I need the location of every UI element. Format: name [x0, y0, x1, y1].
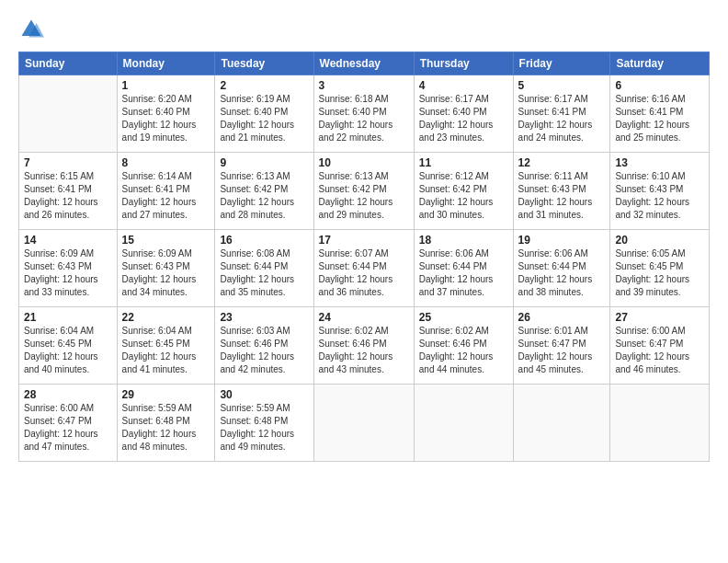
- day-detail: Sunrise: 6:18 AM Sunset: 6:40 PM Dayligh…: [319, 93, 409, 144]
- page: SundayMondayTuesdayWednesdayThursdayFrid…: [0, 0, 728, 563]
- day-detail: Sunrise: 6:09 AM Sunset: 6:43 PM Dayligh…: [24, 247, 112, 299]
- day-number: 8: [122, 156, 210, 169]
- header-cell-friday: Friday: [513, 52, 610, 75]
- calendar-cell: [414, 385, 513, 462]
- day-detail: Sunrise: 5:59 AM Sunset: 6:48 PM Dayligh…: [220, 402, 308, 454]
- week-row-5: 28Sunrise: 6:00 AM Sunset: 6:47 PM Dayli…: [19, 385, 710, 462]
- day-detail: Sunrise: 5:59 AM Sunset: 6:48 PM Dayligh…: [122, 402, 210, 454]
- day-detail: Sunrise: 6:02 AM Sunset: 6:46 PM Dayligh…: [319, 325, 409, 376]
- day-number: 14: [24, 234, 112, 247]
- day-detail: Sunrise: 6:17 AM Sunset: 6:40 PM Dayligh…: [419, 93, 508, 144]
- day-detail: Sunrise: 6:10 AM Sunset: 6:43 PM Dayligh…: [615, 170, 704, 222]
- calendar-cell: 20Sunrise: 6:05 AM Sunset: 6:45 PM Dayli…: [610, 230, 710, 307]
- day-detail: Sunrise: 6:00 AM Sunset: 6:47 PM Dayligh…: [24, 402, 112, 454]
- day-detail: Sunrise: 6:15 AM Sunset: 6:41 PM Dayligh…: [24, 170, 112, 222]
- calendar-cell: 18Sunrise: 6:06 AM Sunset: 6:44 PM Dayli…: [414, 230, 513, 307]
- day-number: 4: [419, 79, 508, 92]
- calendar-cell: 10Sunrise: 6:13 AM Sunset: 6:42 PM Dayli…: [313, 153, 414, 230]
- logo: [18, 17, 48, 42]
- day-detail: Sunrise: 6:02 AM Sunset: 6:46 PM Dayligh…: [419, 325, 508, 376]
- day-number: 10: [319, 156, 409, 169]
- calendar-header: SundayMondayTuesdayWednesdayThursdayFrid…: [19, 52, 710, 75]
- day-number: 6: [615, 79, 704, 92]
- day-detail: Sunrise: 6:04 AM Sunset: 6:45 PM Dayligh…: [24, 325, 112, 376]
- logo-icon: [18, 17, 44, 42]
- day-detail: Sunrise: 6:00 AM Sunset: 6:47 PM Dayligh…: [615, 325, 704, 376]
- day-detail: Sunrise: 6:03 AM Sunset: 6:46 PM Dayligh…: [220, 325, 308, 376]
- day-number: 26: [518, 311, 606, 324]
- day-number: 7: [24, 156, 112, 169]
- calendar-cell: 7Sunrise: 6:15 AM Sunset: 6:41 PM Daylig…: [19, 153, 118, 230]
- day-detail: Sunrise: 6:07 AM Sunset: 6:44 PM Dayligh…: [319, 247, 409, 299]
- day-detail: Sunrise: 6:12 AM Sunset: 6:42 PM Dayligh…: [419, 170, 508, 222]
- calendar-cell: 23Sunrise: 6:03 AM Sunset: 6:46 PM Dayli…: [215, 307, 313, 385]
- header-cell-tuesday: Tuesday: [215, 52, 313, 75]
- calendar-cell: 25Sunrise: 6:02 AM Sunset: 6:46 PM Dayli…: [414, 307, 513, 385]
- day-number: 1: [122, 79, 210, 92]
- day-number: 15: [122, 234, 210, 247]
- header-cell-monday: Monday: [117, 52, 215, 75]
- calendar-cell: 6Sunrise: 6:16 AM Sunset: 6:41 PM Daylig…: [610, 75, 710, 153]
- day-number: 16: [220, 234, 308, 247]
- calendar-cell: 24Sunrise: 6:02 AM Sunset: 6:46 PM Dayli…: [313, 307, 414, 385]
- calendar-cell: 13Sunrise: 6:10 AM Sunset: 6:43 PM Dayli…: [610, 153, 710, 230]
- calendar-cell: [513, 385, 610, 462]
- day-number: 24: [319, 311, 409, 324]
- calendar-cell: [610, 385, 710, 462]
- day-detail: Sunrise: 6:06 AM Sunset: 6:44 PM Dayligh…: [518, 247, 606, 299]
- week-row-1: 1Sunrise: 6:20 AM Sunset: 6:40 PM Daylig…: [19, 75, 710, 153]
- calendar-cell: 21Sunrise: 6:04 AM Sunset: 6:45 PM Dayli…: [19, 307, 118, 385]
- day-detail: Sunrise: 6:17 AM Sunset: 6:41 PM Dayligh…: [518, 93, 606, 144]
- calendar-cell: 26Sunrise: 6:01 AM Sunset: 6:47 PM Dayli…: [513, 307, 610, 385]
- calendar-cell: 11Sunrise: 6:12 AM Sunset: 6:42 PM Dayli…: [414, 153, 513, 230]
- day-number: 12: [518, 156, 606, 169]
- day-number: 19: [518, 234, 606, 247]
- week-row-2: 7Sunrise: 6:15 AM Sunset: 6:41 PM Daylig…: [19, 153, 710, 230]
- day-detail: Sunrise: 6:13 AM Sunset: 6:42 PM Dayligh…: [319, 170, 409, 222]
- day-number: 3: [319, 79, 409, 92]
- day-detail: Sunrise: 6:05 AM Sunset: 6:45 PM Dayligh…: [615, 247, 704, 299]
- calendar-cell: 5Sunrise: 6:17 AM Sunset: 6:41 PM Daylig…: [513, 75, 610, 153]
- header-cell-thursday: Thursday: [414, 52, 513, 75]
- day-number: 21: [24, 311, 112, 324]
- calendar-body: 1Sunrise: 6:20 AM Sunset: 6:40 PM Daylig…: [19, 75, 710, 462]
- day-number: 5: [518, 79, 606, 92]
- day-number: 11: [419, 156, 508, 169]
- header-cell-wednesday: Wednesday: [313, 52, 414, 75]
- week-row-4: 21Sunrise: 6:04 AM Sunset: 6:45 PM Dayli…: [19, 307, 710, 385]
- calendar-cell: 16Sunrise: 6:08 AM Sunset: 6:44 PM Dayli…: [215, 230, 313, 307]
- day-number: 17: [319, 234, 409, 247]
- day-number: 29: [122, 388, 210, 401]
- calendar-cell: 15Sunrise: 6:09 AM Sunset: 6:43 PM Dayli…: [117, 230, 215, 307]
- day-detail: Sunrise: 6:09 AM Sunset: 6:43 PM Dayligh…: [122, 247, 210, 299]
- week-row-3: 14Sunrise: 6:09 AM Sunset: 6:43 PM Dayli…: [19, 230, 710, 307]
- day-detail: Sunrise: 6:16 AM Sunset: 6:41 PM Dayligh…: [615, 93, 704, 144]
- calendar-cell: 4Sunrise: 6:17 AM Sunset: 6:40 PM Daylig…: [414, 75, 513, 153]
- header-cell-saturday: Saturday: [610, 52, 710, 75]
- calendar-cell: 17Sunrise: 6:07 AM Sunset: 6:44 PM Dayli…: [313, 230, 414, 307]
- day-number: 20: [615, 234, 704, 247]
- calendar-cell: 9Sunrise: 6:13 AM Sunset: 6:42 PM Daylig…: [215, 153, 313, 230]
- calendar-cell: 30Sunrise: 5:59 AM Sunset: 6:48 PM Dayli…: [215, 385, 313, 462]
- calendar-table: SundayMondayTuesdayWednesdayThursdayFrid…: [18, 52, 710, 462]
- day-number: 27: [615, 311, 704, 324]
- calendar-cell: [19, 75, 118, 153]
- day-detail: Sunrise: 6:04 AM Sunset: 6:45 PM Dayligh…: [122, 325, 210, 376]
- calendar-cell: 29Sunrise: 5:59 AM Sunset: 6:48 PM Dayli…: [117, 385, 215, 462]
- calendar-cell: 8Sunrise: 6:14 AM Sunset: 6:41 PM Daylig…: [117, 153, 215, 230]
- calendar-cell: 3Sunrise: 6:18 AM Sunset: 6:40 PM Daylig…: [313, 75, 414, 153]
- calendar-cell: [313, 385, 414, 462]
- calendar-cell: 22Sunrise: 6:04 AM Sunset: 6:45 PM Dayli…: [117, 307, 215, 385]
- day-detail: Sunrise: 6:19 AM Sunset: 6:40 PM Dayligh…: [220, 93, 308, 144]
- calendar-cell: 14Sunrise: 6:09 AM Sunset: 6:43 PM Dayli…: [19, 230, 118, 307]
- header: [18, 17, 710, 42]
- day-number: 2: [220, 79, 308, 92]
- day-number: 25: [419, 311, 508, 324]
- day-detail: Sunrise: 6:13 AM Sunset: 6:42 PM Dayligh…: [220, 170, 308, 222]
- day-number: 30: [220, 388, 308, 401]
- calendar-cell: 28Sunrise: 6:00 AM Sunset: 6:47 PM Dayli…: [19, 385, 118, 462]
- day-detail: Sunrise: 6:06 AM Sunset: 6:44 PM Dayligh…: [419, 247, 508, 299]
- calendar-cell: 2Sunrise: 6:19 AM Sunset: 6:40 PM Daylig…: [215, 75, 313, 153]
- day-detail: Sunrise: 6:20 AM Sunset: 6:40 PM Dayligh…: [122, 93, 210, 144]
- day-detail: Sunrise: 6:08 AM Sunset: 6:44 PM Dayligh…: [220, 247, 308, 299]
